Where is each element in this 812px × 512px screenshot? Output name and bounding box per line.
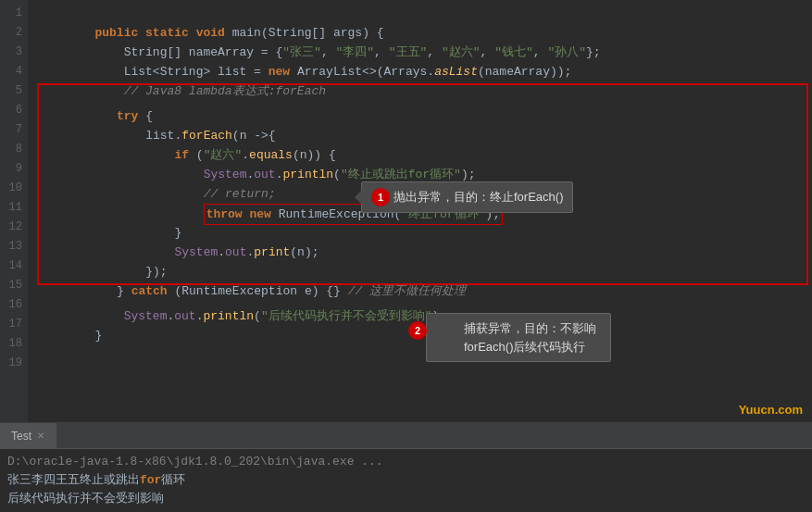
tooltip-2-text: 捕获异常，目的：不影响forEach()后续代码执行 — [464, 319, 601, 356]
watermark: Yuucn.com — [739, 403, 803, 417]
tab-test[interactable]: Test ✕ — [0, 423, 56, 449]
tab-bar: Test ✕ — [0, 423, 812, 449]
line-try: try { — [44, 87, 801, 106]
console-path: D:\oracle-java-1.8-x86\jdk1.8.0_202\bin\… — [7, 453, 805, 471]
tooltip-2: 2 捕获异常，目的：不影响forEach()后续代码执行 — [426, 313, 611, 362]
bottom-panel: Test ✕ D:\oracle-java-1.8-x86\jdk1.8.0_2… — [0, 422, 812, 512]
tooltip-1-text: 抛出异常，目的：终止forEach() — [394, 190, 563, 204]
editor-area: 1 2 3 4 5 6 7 8 9 10 11 12 13 14 15 16 1… — [0, 0, 812, 422]
line-main: public static void main(String[] args) { — [37, 4, 812, 23]
console-content: D:\oracle-java-1.8-x86\jdk1.8.0_202\bin\… — [0, 449, 812, 512]
badge-1: 1 — [371, 188, 390, 206]
console-output-2: 后续代码执行并不会受到影响 — [7, 490, 805, 508]
tooltip-2-inner: 2 捕获异常，目的：不影响forEach()后续代码执行 — [436, 319, 601, 356]
tab-test-label: Test — [11, 423, 31, 449]
tooltip-1: 1抛出异常，目的：终止forEach() — [361, 181, 573, 213]
console-output-1: 张三李四王五终止或跳出for循环 — [7, 471, 805, 490]
line-numbers: 1 2 3 4 5 6 7 8 9 10 11 12 13 14 15 16 1… — [0, 0, 28, 422]
line-foreach: list.forEach(n ->{ — [44, 106, 801, 126]
tab-close-icon[interactable]: ✕ — [37, 423, 44, 449]
badge-2: 2 — [408, 321, 427, 340]
